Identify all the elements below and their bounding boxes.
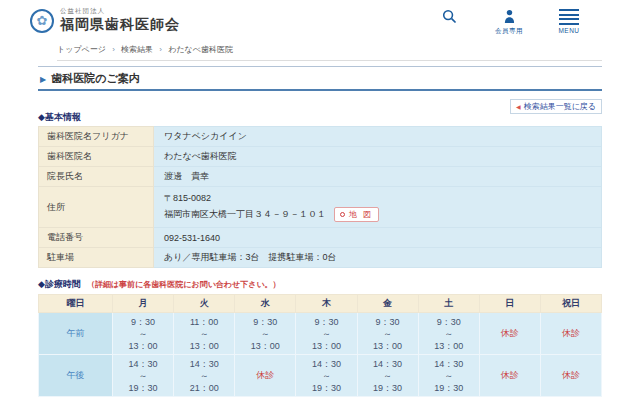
search-icon [441, 8, 458, 25]
schedule-row-afternoon: 午後 14：30 ～ 19：30 14：30 ～ 21：00 休診 14：30 … [39, 355, 602, 397]
row-label: 駐車場 [39, 248, 154, 268]
column-header: 日 [479, 295, 540, 313]
back-link-label: 検索結果一覧に戻る [524, 102, 596, 111]
title-arrow-icon: ▶ [40, 75, 46, 84]
member-label: 会員専用 [495, 27, 523, 36]
phone-number: 092-531-1640 [154, 228, 602, 248]
column-header: 木 [296, 295, 357, 313]
schedule-row-morning: 午前 9：30 ～ 13：00 11：00 ～ 13：00 9：30 ～ 13：… [39, 313, 602, 355]
row-value: 渡邊 貴幸 [154, 167, 602, 187]
schedule-cell-closed: 休診 [540, 355, 601, 397]
org-name: 福岡県歯科医師会 [60, 16, 180, 34]
street-address: 福岡市南区大橋一丁目３４－９－１０１ [164, 208, 326, 221]
row-label: 電話番号 [39, 228, 154, 248]
row-label: 午後 [39, 355, 113, 397]
schedule-cell: 14：30 ～ 21：00 [174, 355, 235, 397]
search-button[interactable] [430, 8, 468, 36]
breadcrumb-home[interactable]: トップページ [57, 45, 106, 54]
schedule-cell: 9：30 ～ 13：00 [235, 313, 296, 355]
column-header: 月 [113, 295, 174, 313]
table-row: 電話番号 092-531-1640 [39, 228, 602, 248]
row-value: 〒815-0082 福岡市南区大橋一丁目３４－９－１０１ 地 図 [154, 187, 602, 228]
map-button[interactable]: 地 図 [334, 207, 379, 222]
row-value: ワタナベシカイイン [154, 127, 602, 147]
schedule-cell: 9：30 ～ 13：00 [296, 313, 357, 355]
schedule-cell-closed: 休診 [540, 313, 601, 355]
map-pin-icon [340, 212, 345, 217]
schedule-cell: 14：30 ～ 19：30 [357, 355, 418, 397]
table-row: 歯科医院名フリガナ ワタナベシカイイン [39, 127, 602, 147]
breadcrumb-separator: › [112, 45, 115, 54]
breadcrumb-separator: › [159, 45, 162, 54]
row-value: わたなべ歯科医院 [154, 147, 602, 167]
person-icon [501, 8, 518, 25]
schedule-cell-closed: 休診 [479, 355, 540, 397]
schedule-cell: 14：30 ～ 19：30 [113, 355, 174, 397]
schedule-cell: 9：30 ～ 13：00 [357, 313, 418, 355]
menu-button[interactable]: MENU [550, 8, 588, 36]
back-arrow-icon: ◀ [516, 104, 521, 110]
schedule-cell-closed: 休診 [479, 313, 540, 355]
map-button-label: 地 図 [349, 209, 373, 220]
row-label: 住所 [39, 187, 154, 228]
row-label: 午前 [39, 313, 113, 355]
site-header: ✿ 公益社団法人 福岡県歯科医師会 会員専用 MENU [0, 0, 640, 40]
basic-info-table: 歯科医院名フリガナ ワタナベシカイイン 歯科医院名 わたなべ歯科医院 院長氏名 … [38, 126, 602, 268]
schedule-header-row: 曜日 月 火 水 木 金 土 日 祝日 [39, 295, 602, 313]
schedule-cell: 9：30 ～ 13：00 [113, 313, 174, 355]
table-row: 院長氏名 渡邊 貴幸 [39, 167, 602, 187]
row-value: あり／専用駐車場：3台 提携駐車場：0台 [154, 248, 602, 268]
menu-label: MENU [558, 27, 579, 34]
schedule-cell: 9：30 ～ 13：00 [418, 313, 479, 355]
column-header: 火 [174, 295, 235, 313]
schedule-heading: ◆診療時間（詳細は事前に各歯科医院にお問い合わせ下さい。） [38, 278, 602, 291]
table-row: 駐車場 あり／専用駐車場：3台 提携駐車場：0台 [39, 248, 602, 268]
table-row-address: 住所 〒815-0082 福岡市南区大橋一丁目３４－９－１０１ 地 図 [39, 187, 602, 228]
breadcrumb: トップページ › 検索結果 › わたなべ歯科医院 [57, 44, 602, 61]
column-header: 土 [418, 295, 479, 313]
member-login-button[interactable]: 会員専用 [490, 8, 528, 36]
postal-code: 〒815-0082 [164, 192, 591, 205]
site-logo[interactable]: ✿ 公益社団法人 福岡県歯科医師会 [30, 7, 180, 34]
column-header: 金 [357, 295, 418, 313]
back-to-results-link[interactable]: ◀検索結果一覧に戻る [510, 99, 602, 114]
schedule-cell: 11：00 ～ 13：00 [174, 313, 235, 355]
row-label: 歯科医院名 [39, 147, 154, 167]
column-header: 祝日 [540, 295, 601, 313]
row-label: 歯科医院名フリガナ [39, 127, 154, 147]
association-logo-icon: ✿ [30, 9, 54, 33]
org-type-label: 公益社団法人 [60, 7, 180, 16]
hamburger-icon [559, 8, 579, 25]
schedule-table: 曜日 月 火 水 木 金 土 日 祝日 午前 9：30 ～ 13：00 11：0… [38, 294, 602, 397]
breadcrumb-current: わたなべ歯科医院 [168, 45, 233, 54]
row-label: 院長氏名 [39, 167, 154, 187]
breadcrumb-search-results[interactable]: 検索結果 [121, 45, 153, 54]
table-row: 歯科医院名 わたなべ歯科医院 [39, 147, 602, 167]
column-header: 曜日 [39, 295, 113, 313]
page-title: ▶歯科医院のご案内 [38, 66, 602, 91]
column-header: 水 [235, 295, 296, 313]
schedule-cell-closed: 休診 [235, 355, 296, 397]
schedule-cell: 14：30 ～ 19：30 [296, 355, 357, 397]
flower-icon: ✿ [37, 14, 48, 27]
schedule-cell: 14：30 ～ 19：30 [418, 355, 479, 397]
schedule-note: （詳細は事前に各歯科医院にお問い合わせ下さい。） [87, 280, 281, 289]
